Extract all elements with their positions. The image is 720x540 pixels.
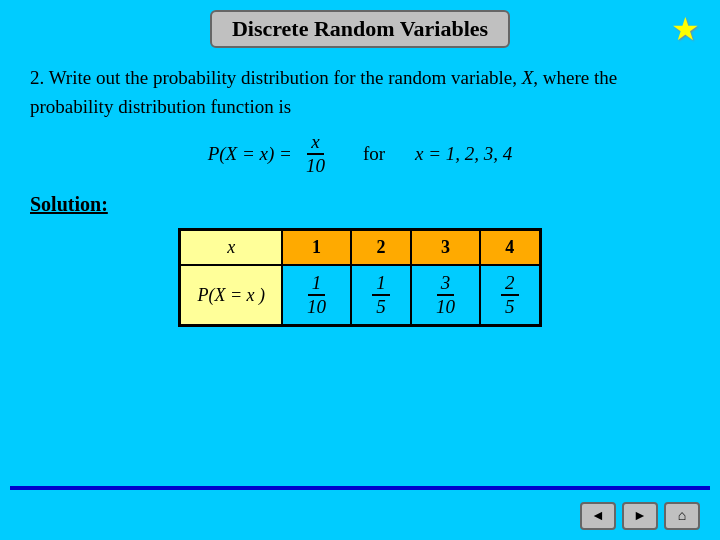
frac-num: 1 <box>372 272 390 296</box>
formula-line: P(X = x) = x 10 for x = 1, 2, 3, 4 <box>30 131 690 177</box>
table-data-row: P(X = x ) 1 10 1 5 <box>180 265 540 326</box>
table-header-2: 2 <box>351 230 411 266</box>
solution-label: Solution: <box>30 193 690 216</box>
solution-table-wrapper: x 1 2 3 4 P(X = x ) 1 10 <box>30 228 690 327</box>
bottom-divider <box>10 486 710 490</box>
table-header-row: x 1 2 3 4 <box>180 230 540 266</box>
table-header-1: 1 <box>282 230 351 266</box>
fraction-numerator: x <box>307 131 323 155</box>
frac-den: 5 <box>501 296 519 318</box>
fraction: x 10 <box>302 131 329 177</box>
frac-num: 2 <box>501 272 519 296</box>
probability-table: x 1 2 3 4 P(X = x ) 1 10 <box>178 228 541 327</box>
prev-button[interactable]: ◄ <box>580 502 616 530</box>
problem-number: 2. <box>30 67 44 88</box>
table-cell-2: 1 5 <box>351 265 411 326</box>
home-button[interactable]: ⌂ <box>664 502 700 530</box>
prev-icon: ◄ <box>591 508 605 524</box>
nav-buttons: ◄ ► ⌂ <box>580 502 700 530</box>
frac-den: 10 <box>432 296 459 318</box>
table-cell-1: 1 10 <box>282 265 351 326</box>
frac-den: 10 <box>303 296 330 318</box>
variable-x: X <box>522 67 534 88</box>
main-content: 2. Write out the probability distributio… <box>20 64 700 327</box>
x-values: x = 1, 2, 3, 4 <box>415 143 512 165</box>
home-icon: ⌂ <box>678 508 686 524</box>
table-header-x: x <box>180 230 282 266</box>
table-header-3: 3 <box>411 230 480 266</box>
fraction-denominator: 10 <box>302 155 329 177</box>
problem-text: 2. Write out the probability distributio… <box>30 64 690 121</box>
table-cell-3: 3 10 <box>411 265 480 326</box>
frac-den: 5 <box>372 296 390 318</box>
frac-num: 1 <box>308 272 326 296</box>
fraction-2-5: 2 5 <box>501 272 519 318</box>
fraction-3-10: 3 10 <box>432 272 459 318</box>
next-icon: ► <box>633 508 647 524</box>
table-cell-4: 2 5 <box>480 265 540 326</box>
problem-text-part1: Write out the probability distribution f… <box>44 67 517 88</box>
formula-lhs: P(X = x) = x 10 <box>208 131 333 177</box>
star-icon: ★ <box>671 10 700 48</box>
table-row-label: P(X = x ) <box>180 265 282 326</box>
title-row: Discrete Random Variables ★ <box>20 10 700 48</box>
fraction-1-5: 1 5 <box>372 272 390 318</box>
frac-num: 3 <box>437 272 455 296</box>
fraction-1-10: 1 10 <box>303 272 330 318</box>
slide-container: Discrete Random Variables ★ 2. Write out… <box>0 0 720 540</box>
for-text: for <box>363 143 385 165</box>
slide-title: Discrete Random Variables <box>210 10 510 48</box>
formula-lhs-text: P(X = x) = <box>208 143 292 165</box>
next-button[interactable]: ► <box>622 502 658 530</box>
table-header-4: 4 <box>480 230 540 266</box>
